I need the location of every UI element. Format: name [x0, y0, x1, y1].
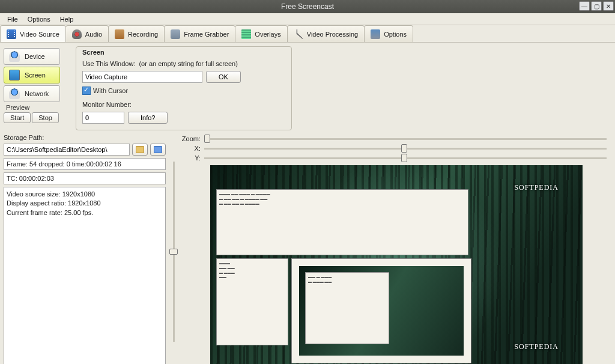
tab-label: Options — [384, 31, 407, 38]
titlebar: Free Screencast — ▢ ✕ — [0, 0, 615, 13]
nested-window-icon: ▬▬▬▬▬ ▬▬▬ ▬▬▬▬▬ — [216, 258, 288, 345]
zoom-slider[interactable] — [204, 138, 607, 140]
network-button[interactable]: Network — [4, 85, 60, 102]
storage-path-label: Storage Path: — [4, 134, 166, 141]
preview-area: SOFTPEDIA SOFTPEDIA ▬▬▬ ▬▬ ▬▬▬ ▬ ▬▬▬▬▬ ▬… — [181, 165, 611, 364]
source-panel: Device Screen Network Preview Start Stop — [0, 43, 72, 130]
timecode-stats: TC: 00:00:02:03 — [4, 172, 166, 184]
tab-video-source[interactable]: Video Source — [0, 25, 66, 42]
menu-file[interactable]: File — [2, 14, 23, 24]
tabstrip: Video Source Audio Recording Frame Grabb… — [0, 25, 615, 43]
tab-label: Video Source — [20, 31, 59, 38]
tab-label: Video Processing — [307, 31, 358, 38]
info-line: Current frame rate: 25.00 fps. — [7, 208, 163, 217]
button-label: Network — [25, 90, 49, 97]
preview-label: Preview — [6, 104, 68, 111]
slider-thumb[interactable] — [401, 144, 407, 153]
screen-options-group: Screen Use This Window: (or an empty str… — [76, 46, 292, 130]
use-window-hint: (or an empty string for full screen) — [139, 60, 237, 67]
monitor-number-label: Monitor Number: — [82, 101, 132, 108]
tab-audio[interactable]: Audio — [65, 25, 109, 42]
video-info-box: Video source size: 1920x1080 Display asp… — [4, 187, 166, 364]
drawer-icon — [115, 29, 124, 39]
monitor-icon — [9, 70, 20, 80]
bottom-section: Storage Path: Frame: 54 dropped: 0 time:… — [0, 134, 615, 364]
nested-window-icon: ▬▬▬ ▬▬ ▬▬▬ ▬ ▬▬▬▬▬ ▬▬ ▬▬ ▬ ▬▬▬▬ ▬▬▬ ▬▬ ▬… — [216, 189, 468, 255]
microphone-icon — [72, 29, 82, 39]
slider-thumb[interactable] — [204, 135, 210, 143]
start-button[interactable]: Start — [4, 112, 31, 123]
window-controls: — ▢ ✕ — [579, 1, 614, 11]
menu-options[interactable]: Options — [23, 14, 55, 24]
tab-video-processing[interactable]: Video Processing — [287, 25, 365, 42]
webcam-icon — [9, 88, 20, 99]
top-section: Device Screen Network Preview Start Stop… — [0, 43, 615, 130]
tab-recording[interactable]: Recording — [108, 25, 165, 42]
brand-watermark: SOFTPEDIA — [514, 342, 559, 351]
slider-thumb[interactable] — [169, 249, 178, 255]
browse-button[interactable] — [132, 144, 148, 156]
tab-label: Frame Grabber — [184, 31, 229, 38]
with-cursor-label: With Cursor — [93, 87, 128, 94]
button-label: Device — [25, 53, 45, 60]
content: Device Screen Network Preview Start Stop… — [0, 43, 615, 364]
menubar: File Options Help — [0, 13, 615, 25]
group-legend: Screen — [82, 49, 285, 56]
stack-icon — [241, 29, 251, 39]
right-column: Zoom: X: Y: SOFTPEDIA SOFTPEDIA — [181, 134, 611, 364]
ok-button[interactable]: OK — [206, 71, 241, 83]
info-line: Video source size: 1920x1080 — [7, 190, 163, 199]
with-cursor-checkbox[interactable] — [82, 86, 91, 95]
menu-help[interactable]: Help — [55, 14, 79, 24]
y-label: Y: — [181, 154, 201, 162]
film-icon — [7, 29, 16, 39]
folder-icon — [136, 146, 144, 153]
storage-path-input[interactable] — [4, 144, 130, 156]
close-button[interactable]: ✕ — [603, 1, 614, 11]
maximize-button[interactable]: ▢ — [591, 1, 602, 11]
info-line: Display aspect ratio: 1920x1080 — [7, 199, 163, 208]
nested-window-icon: ▬▬ ▬ ▬▬▬▬ ▬▬▬ ▬▬ — [291, 258, 471, 363]
info-button[interactable]: Info? — [128, 112, 168, 124]
use-window-label: Use This Window: — [82, 60, 135, 67]
minimize-button[interactable]: — — [579, 1, 590, 11]
frame-stats: Frame: 54 dropped: 0 time:00:00:02 16 — [4, 158, 166, 170]
tab-frame-grabber[interactable]: Frame Grabber — [164, 25, 235, 42]
button-label: Screen — [25, 71, 46, 79]
save-icon — [154, 146, 162, 153]
brand-watermark: SOFTPEDIA — [514, 183, 559, 192]
tab-label: Overlays — [255, 31, 280, 38]
monitor-number-input[interactable] — [82, 112, 124, 124]
wrench-icon — [294, 29, 303, 39]
tools-icon — [371, 29, 380, 39]
camera-icon — [171, 29, 180, 39]
tab-options[interactable]: Options — [364, 25, 413, 42]
zoom-label: Zoom: — [181, 135, 201, 142]
x-slider[interactable] — [204, 148, 607, 150]
webcam-icon — [9, 51, 20, 62]
x-label: X: — [181, 145, 201, 152]
vertical-slider[interactable] — [167, 134, 180, 364]
y-slider[interactable] — [204, 157, 607, 159]
screen-preview-image: SOFTPEDIA SOFTPEDIA ▬▬▬ ▬▬ ▬▬▬ ▬ ▬▬▬▬▬ ▬… — [210, 165, 583, 364]
window-title: Free Screencast — [0, 2, 615, 11]
save-path-button[interactable] — [150, 144, 166, 156]
tab-label: Audio — [85, 31, 102, 38]
stop-button[interactable]: Stop — [32, 112, 59, 123]
slider-thumb[interactable] — [401, 154, 407, 162]
screen-button[interactable]: Screen — [4, 67, 60, 83]
tab-label: Recording — [128, 31, 158, 38]
left-column: Storage Path: Frame: 54 dropped: 0 time:… — [4, 134, 166, 364]
window-name-input[interactable] — [82, 71, 202, 83]
tab-overlays[interactable]: Overlays — [235, 25, 287, 42]
device-button[interactable]: Device — [4, 48, 60, 65]
